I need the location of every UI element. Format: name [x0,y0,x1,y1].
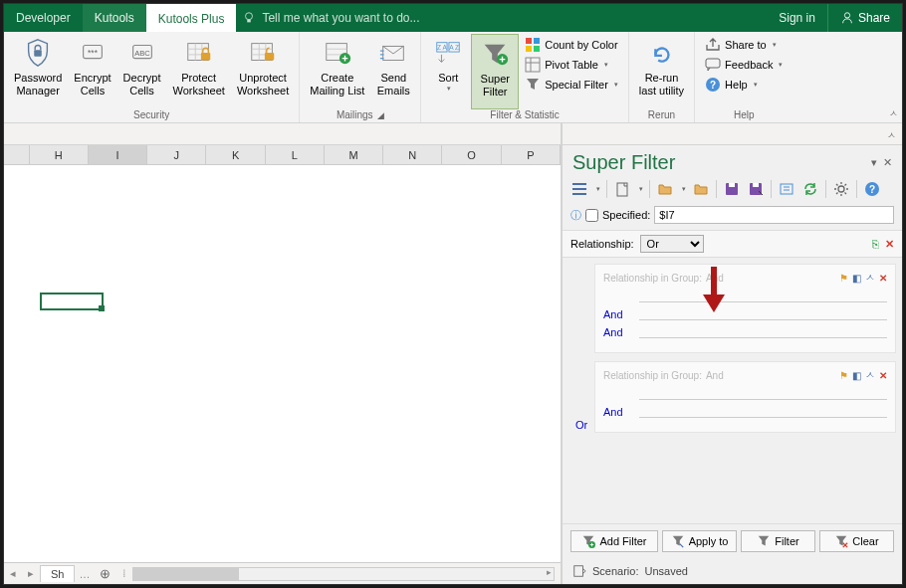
new-scenario-icon[interactable] [613,180,631,198]
group-delete-icon[interactable]: ✕ [879,273,887,284]
sign-in-button[interactable]: Sign in [767,4,827,32]
relationship-select[interactable]: Or [640,235,704,253]
save-icon[interactable] [723,180,741,198]
column-headers[interactable]: H I J K L M N O P [4,145,561,165]
scenario-value: Unsaved [644,565,687,577]
col-header[interactable]: N [383,145,442,164]
tab-splitter[interactable]: ⁞ [122,567,126,580]
share-to-button[interactable]: Share to▾ [703,36,785,54]
svg-rect-37 [706,59,720,68]
col-header[interactable]: L [266,145,325,164]
group-connector-blank [568,264,594,321]
pane-close-button[interactable]: ✕ [883,156,892,169]
group-up-icon[interactable]: ㅅ [865,368,875,382]
count-color-icon [525,37,541,53]
group-up-icon[interactable]: ㅅ [865,271,875,285]
tab-kutools[interactable]: Kutools [83,4,146,32]
filter-button[interactable]: Filter [741,530,815,552]
mailing-list-icon [321,36,354,70]
range-select-icon[interactable] [778,180,795,198]
send-emails-button[interactable]: Send Emails [370,34,416,109]
group-connector-or: Or [568,361,594,431]
sheet-nav-prev[interactable]: ◂ [4,567,22,580]
decrypt-cells-button[interactable]: ABC Decrypt Cells [117,34,167,109]
sheet-tab-more[interactable]: … [75,568,94,580]
and-connector: And [603,406,633,418]
group-flag-icon[interactable]: ⚑ [839,370,848,381]
pivot-table-icon [525,57,541,73]
sheet-tab[interactable]: Sh [40,565,75,582]
group-rel-value[interactable]: And [706,370,724,381]
group-expand-icon[interactable]: ◧ [852,370,861,381]
scrollbar-thumb[interactable] [133,568,238,580]
super-filter-button[interactable]: Super Filter [471,34,519,109]
rerun-button[interactable]: Re-run last utility [633,34,690,109]
tab-developer[interactable]: Developer [4,4,83,32]
specified-checkbox[interactable] [585,209,598,222]
feedback-button[interactable]: Feedback▾ [703,56,785,74]
refresh-icon[interactable] [801,180,819,198]
col-header[interactable]: K [206,145,265,164]
encrypt-cells-button[interactable]: *** Encrypt Cells [68,34,116,109]
horizontal-scrollbar[interactable]: ◂▸ [132,567,555,581]
help-button[interactable]: ? Help▾ [703,76,785,94]
col-header[interactable]: M [325,145,383,164]
add-sheet-button[interactable]: ⊕ [94,566,116,581]
group-delete-icon[interactable]: ✕ [879,370,887,381]
apply-to-button[interactable]: Apply to [662,530,737,552]
sort-button[interactable]: Z AA Z Sort ▾ [425,34,471,109]
spreadsheet-grid[interactable] [4,165,561,562]
group-rel-value[interactable]: And [706,273,724,284]
tell-me-placeholder: Tell me what you want to do... [262,11,419,25]
clear-button[interactable]: Clear [819,530,894,552]
share-button[interactable]: Share [827,4,902,32]
save-as-icon[interactable] [747,180,765,198]
password-manager-button[interactable]: Password Manager [8,34,68,109]
folder-icon[interactable] [692,180,710,198]
add-filter-button[interactable]: Add Filter [570,530,658,552]
tell-me-search[interactable]: Tell me what you want to do... [236,4,767,32]
mailings-dialog-launcher[interactable]: ◢ [377,110,384,120]
protect-sheet-icon [182,36,216,70]
chevron-down-icon: ▾ [779,61,783,69]
info-icon[interactable]: ⓘ [570,208,581,223]
svg-rect-48 [781,184,793,194]
filter-condition[interactable]: - [603,388,887,400]
gear-icon[interactable] [832,180,850,198]
open-folder-icon[interactable] [656,180,674,198]
group-flag-icon[interactable]: ⚑ [839,273,848,284]
specified-range-input[interactable] [654,206,894,224]
pivot-table-button[interactable]: Pivot Table▾ [523,56,620,74]
unprotect-worksheet-button[interactable]: Unprotect Worksheet [231,34,295,109]
shield-lock-icon [21,36,55,70]
col-header[interactable]: P [502,145,561,164]
protect-worksheet-button[interactable]: Protect Worksheet [167,34,231,109]
chevron-down-icon: ▾ [614,81,618,89]
svg-rect-45 [729,183,735,187]
count-by-color-button[interactable]: Count by Color [523,36,620,54]
group-expand-icon[interactable]: ◧ [852,273,861,284]
sheet-nav-next[interactable]: ▸ [22,567,40,580]
special-filter-button[interactable]: Special Filter▾ [523,76,620,94]
filter-condition[interactable]: And [603,406,887,418]
pane-collapse-caret[interactable]: ㅅ [887,129,896,142]
add-group-icon[interactable]: ⎘ [872,238,879,250]
filter-condition[interactable]: And [603,308,887,320]
collapse-ribbon-button[interactable]: ㅅ [889,107,898,120]
selected-cell[interactable] [40,293,104,310]
scroll-right-button[interactable]: ▸ [547,567,552,577]
col-header[interactable]: H [30,145,89,164]
help-group-label: Help [734,109,755,122]
col-header[interactable]: O [442,145,501,164]
filter-condition[interactable]: And [603,326,887,338]
filter-condition[interactable]: - [603,291,887,302]
funnel-apply-icon [671,534,685,548]
menu-icon[interactable] [570,180,588,198]
delete-relationship-icon[interactable]: ✕ [885,238,894,251]
help-icon[interactable]: ? [863,180,881,198]
tab-kutools-plus[interactable]: Kutools Plus [146,4,237,32]
col-header[interactable]: I [89,145,147,164]
col-header[interactable]: J [147,145,206,164]
create-mailing-list-button[interactable]: Create Mailing List [304,34,370,109]
pane-options-button[interactable]: ▾ [871,156,877,169]
